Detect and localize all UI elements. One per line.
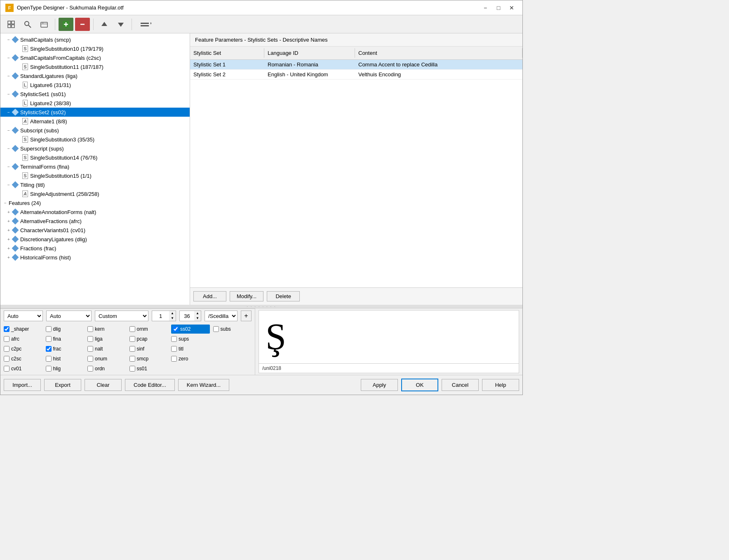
drag-handle[interactable]: · · · · · · · · [0, 305, 522, 308]
toggle-frac-checkbox[interactable] [46, 346, 52, 352]
toggle-ornm-checkbox[interactable] [129, 326, 135, 332]
auto-dropdown-1[interactable]: Auto [4, 311, 43, 321]
add-button[interactable] [59, 18, 73, 31]
down-button[interactable] [113, 18, 128, 31]
grid-icon-button[interactable] [4, 18, 19, 31]
import-button[interactable]: Import... [4, 379, 41, 391]
tree-item[interactable]: S SingleSubstitution10 (179/179) [0, 44, 190, 53]
tree-item-selected[interactable]: − StylisticSet2 (ss02) [0, 108, 190, 117]
toggle-shaper-checkbox[interactable] [4, 326, 9, 332]
feature-table-body[interactable]: Stylistic Set 1 Romanian - Romania Comma… [190, 60, 522, 287]
code-editor-button[interactable]: Code Editor... [125, 379, 175, 391]
maximize-button[interactable]: □ [493, 4, 504, 12]
toggle-onum-checkbox[interactable] [87, 356, 93, 362]
tree-expand-icon[interactable]: + [5, 254, 12, 261]
size-spin-up-button[interactable]: ▲ [194, 311, 201, 316]
add-button[interactable]: Add... [193, 291, 226, 301]
toggle-kern-checkbox[interactable] [87, 326, 93, 332]
tree-item[interactable]: − SmallCapitals (smcp) [0, 35, 190, 44]
toggle-pcap-checkbox[interactable] [129, 336, 135, 342]
tree-expand-icon[interactable]: − [2, 200, 9, 206]
clear-button[interactable]: Clear [85, 379, 122, 391]
size-spin-down-button[interactable]: ▼ [194, 316, 201, 321]
tree-expand-icon[interactable]: + [5, 218, 12, 224]
tree-container[interactable]: − SmallCapitals (smcp) S SingleSubstitut… [0, 33, 190, 305]
feature-row[interactable]: Stylistic Set 2 English - United Kingdom… [190, 70, 522, 80]
tree-expand-icon[interactable]: − [5, 145, 12, 152]
close-button[interactable]: ✕ [506, 4, 517, 12]
size-input[interactable] [179, 311, 194, 321]
glyph-dropdown[interactable]: /Scedilla [205, 311, 238, 321]
kern-wizard-button[interactable]: Kern Wizard... [178, 379, 229, 391]
feature-row[interactable]: Stylistic Set 1 Romanian - Romania Comma… [190, 60, 522, 70]
cancel-button[interactable]: Cancel [442, 379, 479, 391]
spin-up-button[interactable]: ▲ [169, 311, 176, 316]
toggle-sinf-checkbox[interactable] [129, 346, 135, 352]
tree-item[interactable]: A SingleAdjustment1 (258/258) [0, 189, 190, 198]
tree-item[interactable]: S SingleSubstitution14 (76/76) [0, 153, 190, 162]
toggle-liga-checkbox[interactable] [87, 336, 93, 342]
tree-expand-icon[interactable]: − [5, 91, 12, 97]
settings-button[interactable] [135, 18, 156, 31]
tree-expand-icon[interactable]: − [5, 36, 12, 43]
tree-item[interactable]: + AlternativeFractions (afrc) [0, 216, 190, 226]
tree-item[interactable]: + AlternateAnnotationForms (nalt) [0, 207, 190, 216]
toggle-hlig-checkbox[interactable] [46, 366, 52, 372]
toggle-afrc-checkbox[interactable] [4, 336, 9, 342]
tree-expand-icon[interactable]: − [5, 109, 12, 115]
browse-icon-button[interactable] [37, 18, 52, 31]
toggle-nalt-checkbox[interactable] [87, 346, 93, 352]
tree-expand-icon[interactable]: − [5, 163, 12, 170]
toggle-dlig-checkbox[interactable] [46, 326, 52, 332]
toggle-ss01-checkbox[interactable] [129, 366, 135, 372]
tree-expand-icon[interactable]: − [5, 73, 12, 79]
toggle-hist-checkbox[interactable] [46, 356, 52, 362]
ok-button[interactable]: OK [401, 379, 438, 391]
minimize-button[interactable]: − [480, 4, 491, 12]
tree-item[interactable]: − SmallCapitalsFromCapitals (c2sc) [0, 53, 190, 62]
plus-button[interactable]: + [241, 311, 252, 321]
tree-item[interactable]: − Superscript (sups) [0, 144, 190, 153]
toggle-c2sc-checkbox[interactable] [4, 356, 9, 362]
delete-button[interactable]: Delete [267, 291, 300, 301]
tree-expand-icon[interactable]: + [5, 245, 12, 252]
tree-item[interactable]: A Alternate1 (8/8) [0, 117, 190, 126]
toggle-zero-checkbox[interactable] [171, 356, 177, 362]
tree-expand-icon[interactable]: − [5, 54, 12, 61]
tree-item[interactable]: − Subscript (subs) [0, 126, 190, 135]
toggle-titl-checkbox[interactable] [171, 346, 177, 352]
tree-item[interactable]: − StylisticSet1 (ss01) [0, 89, 190, 99]
toggle-subs-checkbox[interactable] [213, 326, 219, 332]
tree-expand-icon[interactable]: + [5, 209, 12, 215]
export-button[interactable]: Export [44, 379, 81, 391]
tree-item[interactable]: L Ligature2 (38/38) [0, 99, 190, 108]
help-button[interactable]: Help [482, 379, 519, 391]
tree-item[interactable]: − StandardLigatures (liga) [0, 71, 190, 80]
toggle-ss02-checkbox[interactable] [173, 326, 179, 332]
toggle-fina-checkbox[interactable] [46, 336, 52, 342]
tree-item[interactable]: + HistoricalForms (hist) [0, 253, 190, 262]
toggle-ordn-checkbox[interactable] [87, 366, 93, 372]
tree-item[interactable]: S SingleSubstitution15 (1/1) [0, 171, 190, 180]
up-button[interactable] [97, 18, 112, 31]
tree-expand-icon[interactable]: − [5, 127, 12, 134]
tree-item[interactable]: + DiscretionaryLigatures (dlig) [0, 235, 190, 244]
modify-button[interactable]: Modify... [230, 291, 263, 301]
custom-dropdown[interactable]: Custom [95, 311, 148, 321]
tree-item[interactable]: L Ligature6 (31/31) [0, 80, 190, 89]
toggle-c2pc-checkbox[interactable] [4, 346, 9, 352]
toggle-sups-checkbox[interactable] [171, 336, 177, 342]
tree-item[interactable]: S SingleSubstitution3 (35/35) [0, 135, 190, 144]
search-icon-button[interactable] [20, 18, 35, 31]
tree-item[interactable]: + CharacterVariants01 (cv01) [0, 226, 190, 235]
tree-item[interactable]: − Titling (titl) [0, 180, 190, 189]
toggle-smcp-checkbox[interactable] [129, 356, 135, 362]
tree-item[interactable]: S SingleSubstitution11 (187/187) [0, 62, 190, 71]
apply-button[interactable]: Apply [361, 379, 398, 391]
auto-dropdown-2[interactable]: Auto [46, 311, 92, 321]
number-input[interactable] [152, 311, 169, 321]
tree-expand-icon[interactable]: + [5, 227, 12, 233]
tree-item[interactable]: − TerminalForms (fina) [0, 162, 190, 171]
tree-expand-icon[interactable]: + [5, 236, 12, 242]
tree-item[interactable]: + Fractions (frac) [0, 244, 190, 253]
